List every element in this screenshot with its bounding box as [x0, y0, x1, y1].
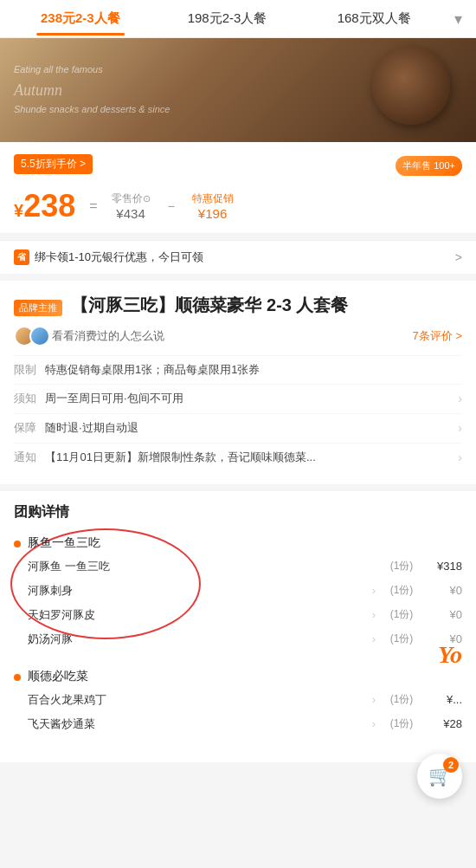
group-2-header: 顺德必吃菜 [14, 665, 462, 688]
hero-banner: Eating all the famous Autumn Shunde snac… [0, 38, 476, 142]
sub-item-0-qty: (1份) [386, 559, 417, 573]
half-year-badge: 半年售 100+ [396, 156, 462, 176]
sub-item-g2-0-name[interactable]: 百合火龙果鸡丁 [28, 692, 372, 708]
sub-item-g2-1-qty: (1份) [386, 716, 417, 731]
sub-item-0-name[interactable]: 河豚鱼 一鱼三吃 [28, 559, 386, 574]
equals-sign: = [89, 198, 97, 214]
price-currency: ¥ [14, 201, 23, 221]
top-tabs: 238元2-3人餐 198元2-3人餐 168元双人餐 ▾ [0, 0, 476, 38]
bullet-1 [14, 541, 21, 547]
reviews-text: 看看消费过的人怎么说 [52, 328, 413, 344]
tab-238[interactable]: 238元2-3人餐 [7, 2, 154, 36]
sub-item-3[interactable]: 奶汤河豚 › (1份) ¥0 [28, 627, 462, 651]
promo-value: ¥196 [198, 206, 227, 221]
info-arrow-guarantee: › [458, 419, 462, 437]
price-amount: 238 [23, 188, 75, 224]
sub-item-1-arrow: › [372, 584, 376, 597]
info-key-notice: 须知 [14, 390, 45, 408]
hero-food-image [372, 47, 450, 125]
group-1-subitems: 河豚鱼 一鱼三吃 (1份) ¥318 河豚刺身 › (1份) ¥0 天妇罗河豚皮… [28, 554, 462, 651]
info-val-guarantee: 随时退·过期自动退 [45, 419, 454, 437]
sub-item-g2-0[interactable]: 百合火龙果鸡丁 › (1份) ¥... [28, 688, 462, 712]
promo-price: 特惠促销 ¥196 [192, 191, 234, 221]
group-1: 豚鱼一鱼三吃 河豚鱼 一鱼三吃 (1份) ¥318 河豚刺身 › (1份) ¥0… [14, 532, 462, 651]
yo-text: Yo [438, 641, 462, 669]
avatar-group [14, 326, 45, 347]
retail-price: 零售价⊙ ¥434 [112, 191, 151, 221]
bank-text: 绑卡领1-10元银行优惠，今日可领 [35, 249, 450, 265]
tab-168[interactable]: 168元双人餐 [300, 2, 447, 36]
retail-label: 零售价⊙ [112, 191, 151, 206]
sub-item-g2-0-price: ¥... [428, 693, 462, 706]
group-2: 顺德必吃菜 百合火龙果鸡丁 › (1份) ¥... 飞天酱炒通菜 › (1份) … [14, 665, 462, 736]
retail-value: ¥434 [116, 206, 145, 221]
bank-arrow-icon: > [455, 250, 462, 264]
reviews-count[interactable]: 7条评价 > [413, 328, 462, 344]
info-arrow-notification: › [458, 449, 462, 467]
tabs-more-icon[interactable]: ▾ [447, 10, 469, 29]
group-items-container: 豚鱼一鱼三吃 河豚鱼 一鱼三吃 (1份) ¥318 河豚刺身 › (1份) ¥0… [14, 532, 462, 651]
info-val-restriction: 特惠促销每桌限用1张；商品每桌限用1张券 [45, 361, 462, 379]
sub-item-1-price: ¥0 [428, 584, 462, 597]
sub-item-2[interactable]: 天妇罗河豚皮 › (1份) ¥0 [28, 603, 462, 627]
group-2-subitems: 百合火龙果鸡丁 › (1份) ¥... 飞天酱炒通菜 › (1份) ¥28 [28, 688, 462, 736]
sub-item-1-name[interactable]: 河豚刺身 [28, 583, 372, 599]
sub-item-g2-1-name[interactable]: 飞天酱炒通菜 [28, 716, 372, 732]
promo-label: 特惠促销 [192, 191, 234, 206]
info-row-notice[interactable]: 须知 周一至周日可用·包间不可用 › [14, 384, 462, 413]
sub-item-3-arrow: › [372, 632, 376, 645]
bullet-2 [14, 674, 21, 681]
info-row-guarantee[interactable]: 保障 随时退·过期自动退 › [14, 413, 462, 443]
sub-item-g2-1[interactable]: 飞天酱炒通菜 › (1份) ¥28 [28, 712, 462, 736]
bank-icon: 省 [14, 249, 29, 265]
sub-item-1[interactable]: 河豚刺身 › (1份) ¥0 [28, 579, 462, 603]
info-key-guarantee: 保障 [14, 419, 45, 437]
product-info-section: 品牌主推 【河豚三吃】顺德菜豪华 2-3 人套餐 看看消费过的人怎么说 7条评价… [0, 281, 476, 484]
sub-item-g2-1-arrow: › [372, 717, 376, 730]
sub-item-3-name[interactable]: 奶汤河豚 [28, 632, 372, 647]
sub-item-2-arrow: › [372, 608, 376, 621]
info-val-notice: 周一至周日可用·包间不可用 [45, 390, 454, 408]
info-row-notification[interactable]: 通知 【11月01日更新】新增限制性条款，吾记顺味顺德菜... › [14, 443, 462, 472]
sub-item-1-qty: (1份) [386, 583, 417, 598]
group-2-name: 顺德必吃菜 [28, 669, 462, 684]
sub-item-g2-1-price: ¥28 [428, 717, 462, 730]
group-1-name: 豚鱼一鱼三吃 [28, 535, 462, 551]
cart-badge: 2 [443, 757, 459, 769]
sub-item-0: 河豚鱼 一鱼三吃 (1份) ¥318 [28, 554, 462, 579]
bank-offer-row[interactable]: 省 绑卡领1-10元银行优惠，今日可领 > [0, 240, 476, 274]
price-section: 5.5折到手价 > 半年售 100+ ¥ 238 = 零售价⊙ ¥434 － 特… [0, 142, 476, 233]
main-price: ¥ 238 [14, 188, 75, 224]
sub-item-2-price: ¥0 [428, 608, 462, 621]
tab-198[interactable]: 198元2-3人餐 [154, 2, 301, 36]
info-key-notification: 通知 [14, 449, 45, 467]
sub-item-g2-0-arrow: › [372, 693, 376, 706]
info-val-notification: 【11月01日更新】新增限制性条款，吾记顺味顺德菜... [45, 449, 454, 467]
info-key-restriction: 限制 [14, 361, 45, 379]
sub-item-g2-0-qty: (1份) [386, 692, 417, 707]
hero-text: Eating all the famous Autumn Shunde snac… [14, 62, 170, 118]
sub-item-3-qty: (1份) [386, 632, 417, 646]
sub-item-2-qty: (1份) [386, 607, 417, 622]
brand-tag: 品牌主推 [14, 300, 62, 316]
discount-badge[interactable]: 5.5折到手价 > [14, 154, 93, 174]
section-title: 团购详情 [14, 503, 462, 521]
sub-item-0-price: ¥318 [428, 560, 462, 573]
sub-item-2-name[interactable]: 天妇罗河豚皮 [28, 607, 372, 623]
info-row-restriction: 限制 特惠促销每桌限用1张；商品每桌限用1张券 [14, 355, 462, 384]
reviews-row[interactable]: 看看消费过的人怎么说 7条评价 > [14, 326, 462, 347]
group-1-header: 豚鱼一鱼三吃 [14, 532, 462, 554]
avatar-2 [29, 326, 50, 347]
group-section: 团购详情 豚鱼一鱼三吃 河豚鱼 一鱼三吃 (1份) ¥318 河豚刺身 › (1… [0, 491, 476, 762]
minus-sign: － [164, 198, 178, 216]
product-title: 【河豚三吃】顺德菜豪华 2-3 人套餐 [71, 295, 348, 314]
info-arrow-notice: › [458, 390, 462, 408]
question-icon[interactable]: ⊙ [143, 193, 151, 204]
